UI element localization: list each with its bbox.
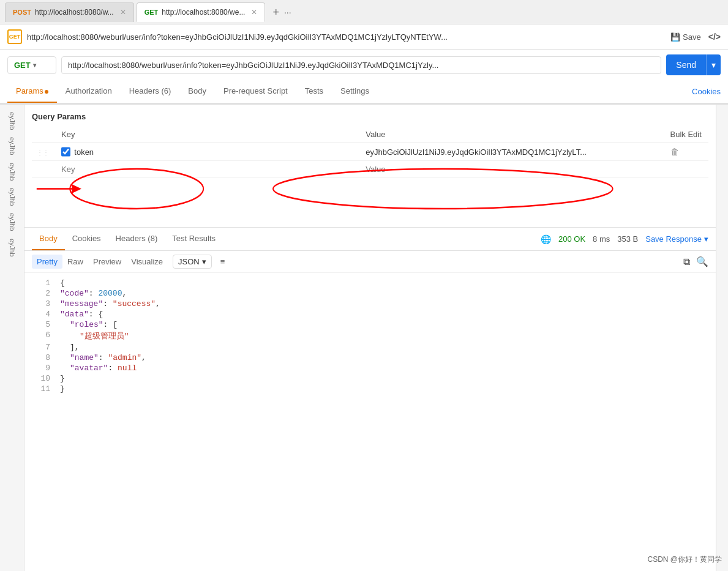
resp-tab-cookies[interactable]: Cookies xyxy=(65,228,108,250)
method-select[interactable]: GET ▾ xyxy=(7,56,56,74)
code-line: 10} xyxy=(24,373,716,384)
sidebar-item-1: eyJhb xyxy=(9,110,16,132)
sidebar-item-6: eyJhb xyxy=(9,236,16,259)
save-button[interactable]: 💾 Save xyxy=(670,32,701,42)
save-response-button[interactable]: Save Response ▾ xyxy=(645,234,708,244)
code-line: 8"name": "admin", xyxy=(24,353,716,363)
sidebar-item-2: eyJhb xyxy=(9,135,16,157)
request-tabs-nav: ParamsAuthorizationHeaders (6)BodyPre-re… xyxy=(0,80,728,103)
format-tab-preview[interactable]: Preview xyxy=(88,255,126,269)
tab-post-url: http://localhost:8080/w... xyxy=(35,8,114,17)
get-method-badge: GET xyxy=(144,9,159,16)
response-time: 8 ms xyxy=(593,234,610,244)
tabs-nav-right: Cookies xyxy=(692,87,721,96)
search-button[interactable]: 🔍 xyxy=(696,256,708,267)
param-delete-cell: 🗑 xyxy=(666,143,709,161)
url-actions: 💾 Save </> xyxy=(670,32,721,42)
table-row: ⋮⋮ xyxy=(32,143,708,161)
request-section: GET ▾ Send ▾ ParamsAuthorizationHeaders … xyxy=(0,50,728,105)
code-line: 3"message": "success", xyxy=(24,299,716,309)
response-format-bar: PrettyRawPreviewVisualize JSON ▾ ≡ ⧉ 🔍 xyxy=(24,251,716,273)
resp-tab-test-results[interactable]: Test Results xyxy=(165,228,223,250)
param-key-input[interactable] xyxy=(74,147,356,157)
code-line: 1{ xyxy=(24,278,716,288)
query-params-title: Query Params xyxy=(32,112,708,121)
empty-key-input[interactable] xyxy=(61,165,356,174)
code-line: 5"roles": [ xyxy=(24,319,716,330)
format-actions: ⧉ 🔍 xyxy=(683,256,708,267)
param-value-input[interactable] xyxy=(366,147,660,157)
response-tabs-items: BodyCookiesHeaders (8)Test Results xyxy=(32,228,223,250)
add-tab-button[interactable]: + xyxy=(272,7,279,18)
params-spacer xyxy=(24,178,716,227)
format-select-arrow: ▾ xyxy=(202,257,206,266)
empty-value-input[interactable] xyxy=(366,165,660,174)
url-input[interactable] xyxy=(61,56,661,74)
sidebar-left: eyJhb eyJhb eyJhb eyJhb eyJhb eyJhb xyxy=(0,105,24,571)
copy-button[interactable]: ⧉ xyxy=(683,256,690,267)
tab-post-close[interactable]: ✕ xyxy=(120,8,126,17)
format-tab-visualize[interactable]: Visualize xyxy=(126,255,168,269)
tab-nav-pre-request-script[interactable]: Pre-request Script xyxy=(215,80,296,103)
tab-get-close[interactable]: ✕ xyxy=(251,8,257,17)
tabs-nav-items: ParamsAuthorizationHeaders (6)BodyPre-re… xyxy=(7,80,378,103)
param-delete-button[interactable]: 🗑 xyxy=(670,147,679,157)
more-tabs-button[interactable]: ··· xyxy=(284,7,291,17)
tab-post[interactable]: POST http://localhost:8080/w... ✕ xyxy=(5,2,134,22)
save-response-label: Save Response xyxy=(645,234,702,244)
param-value-cell xyxy=(361,143,665,161)
tab-actions: + ··· xyxy=(272,7,291,18)
right-panel xyxy=(716,105,728,571)
tab-nav-headers-(6)[interactable]: Headers (6) xyxy=(121,80,180,103)
empty-delete-cell xyxy=(666,161,709,178)
param-checkbox[interactable] xyxy=(61,147,70,157)
send-button[interactable]: Send ▾ xyxy=(666,54,721,75)
th-handle xyxy=(32,126,56,143)
method-dropdown-arrow: ▾ xyxy=(33,62,36,69)
request-bar: GET ▾ Send ▾ xyxy=(0,50,728,80)
tab-bar: POST http://localhost:8080/w... ✕ GET ht… xyxy=(0,0,728,24)
th-value: Value xyxy=(361,126,665,143)
tab-nav-settings[interactable]: Settings xyxy=(332,80,378,103)
send-label: Send xyxy=(666,54,706,75)
wrap-lines-button[interactable]: ≡ xyxy=(220,257,225,266)
format-tab-raw[interactable]: Raw xyxy=(62,255,88,269)
tab-nav-tests[interactable]: Tests xyxy=(296,80,332,103)
cookies-link[interactable]: Cookies xyxy=(692,87,721,96)
post-method-badge: POST xyxy=(13,9,31,16)
resp-tab-body[interactable]: Body xyxy=(32,228,65,250)
drag-handle-icon: ⋮⋮ xyxy=(37,149,49,156)
tab-nav-params[interactable]: Params xyxy=(7,80,57,103)
status-ok: 200 OK xyxy=(558,234,585,244)
send-dropdown-arrow[interactable]: ▾ xyxy=(706,54,721,75)
tab-get-url: http://localhost:8080/we... xyxy=(162,8,245,17)
sidebar-item-5: eyJhb xyxy=(9,211,16,233)
response-body-area: PrettyRawPreviewVisualize JSON ▾ ≡ ⧉ 🔍 1… xyxy=(24,251,716,571)
url-icon-text: GET xyxy=(9,34,21,40)
code-line: 7], xyxy=(24,342,716,353)
url-icon: GET xyxy=(7,29,22,44)
save-response-arrow: ▾ xyxy=(704,234,708,244)
tab-get[interactable]: GET http://localhost:8080/we... ✕ xyxy=(137,2,266,22)
main-layout: eyJhb eyJhb eyJhb eyJhb eyJhb eyJhb Quer… xyxy=(0,105,728,571)
url-display: http://localhost:8080/weburl/user/info?t… xyxy=(27,32,666,42)
params-section: Query Params Key Value Bulk Edit xyxy=(24,105,716,178)
format-select[interactable]: JSON ▾ xyxy=(173,255,212,269)
response-size: 353 B xyxy=(617,234,638,244)
globe-icon: 🌐 xyxy=(541,234,551,244)
resp-tab-headers-8-[interactable]: Headers (8) xyxy=(108,228,165,250)
code-line: 2"code": 20000, xyxy=(24,288,716,299)
code-line: 11} xyxy=(24,384,716,394)
save-label: Save xyxy=(683,32,701,42)
param-handle: ⋮⋮ xyxy=(32,143,56,161)
save-icon: 💾 xyxy=(670,32,680,42)
tab-nav-body[interactable]: Body xyxy=(179,80,215,103)
format-tab-pretty[interactable]: Pretty xyxy=(32,255,62,269)
code-button[interactable]: </> xyxy=(708,32,721,42)
param-key-cell xyxy=(56,143,361,161)
response-status-area: 🌐 200 OK 8 ms 353 B Save Response ▾ xyxy=(541,234,708,244)
tab-nav-authorization[interactable]: Authorization xyxy=(57,80,121,103)
th-bulk: Bulk Edit xyxy=(666,126,709,143)
content-area: Query Params Key Value Bulk Edit xyxy=(24,105,716,571)
tab-dot-0 xyxy=(45,90,48,94)
